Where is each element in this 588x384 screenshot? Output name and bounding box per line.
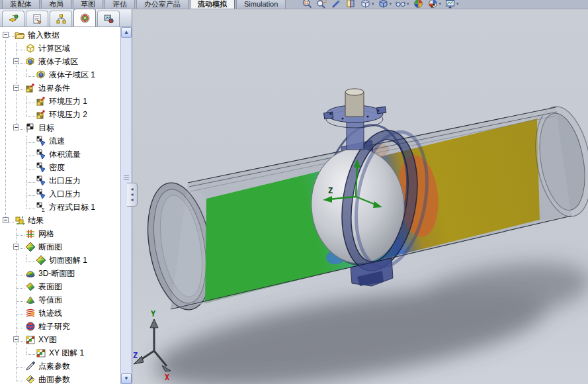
edit-appearance-button[interactable] xyxy=(413,0,424,10)
tree-item-goal-11[interactable]: 出口压力 xyxy=(0,174,121,187)
tree-item-label: 环境压力 2 xyxy=(49,110,87,119)
tree-item-results-14[interactable]: −结果 xyxy=(0,214,121,227)
command-tab-4[interactable]: 评估 xyxy=(105,0,135,9)
command-tab-2[interactable]: 布局 xyxy=(41,0,71,9)
command-tab-strip: 装配体布局草图评估办公室产品流动模拟Simulation xyxy=(0,0,588,9)
tree-expander-minus[interactable]: − xyxy=(13,85,19,91)
tree-item-goal-sigma-13[interactable]: Σ方程式目标 1 xyxy=(0,201,121,214)
tree-item-goal-8[interactable]: 流速 xyxy=(0,134,121,148)
tree-item-profile-3d-18[interactable]: 3D-断面图 xyxy=(0,267,121,280)
previous-view-button[interactable] xyxy=(331,0,342,10)
cut-plot-icon xyxy=(36,255,46,265)
tree-item-fluid-subdomain-3[interactable]: 液体子域区 1 xyxy=(0,68,121,81)
goal-icon xyxy=(36,149,46,160)
zoom-to-area-button[interactable] xyxy=(316,0,327,10)
flow-simulation-tree-icon xyxy=(79,13,91,24)
tree-item-surface-parameters-26[interactable]: 曲面参数 xyxy=(0,373,121,384)
configurationmanager-icon xyxy=(56,13,67,24)
dropdown-arrow-icon[interactable]: ▾ xyxy=(372,0,374,8)
tree-item-surface-plot-19[interactable]: 表面图 xyxy=(0,280,121,293)
tree-item-label: 粒子研究 xyxy=(38,322,70,331)
tree-item-label: 密度 xyxy=(49,163,65,172)
tree-item-trajectories-21[interactable]: 轨迹线 xyxy=(0,307,121,320)
tree-item-label: 轨迹线 xyxy=(38,309,62,318)
tree-item-goal-9[interactable]: 体积流量 xyxy=(0,148,121,161)
dropdown-arrow-icon[interactable]: ▾ xyxy=(390,0,392,8)
zoom-to-fit-button[interactable] xyxy=(302,0,313,10)
tree-item-folder-0[interactable]: −输入数据 xyxy=(0,28,121,42)
tree-item-label: 曲面参数 xyxy=(38,375,70,384)
command-tab-1[interactable]: 装配体 xyxy=(2,0,40,9)
mesh-icon xyxy=(25,228,36,239)
feature-panel: −输入数据计算区域−液体子域区液体子域区 1−边界条件环境压力 1环境压力 2−… xyxy=(0,9,132,384)
apply-scene-button[interactable]: ▾ xyxy=(427,0,442,10)
cut-plot-icon xyxy=(25,242,36,252)
view-orientation-button[interactable]: ▾ xyxy=(360,0,374,10)
featuremanager-tree-icon xyxy=(8,13,19,24)
triad-y-label: Y xyxy=(151,309,156,318)
panel-splitter-flyout[interactable]: ◂ ◂ ◂ xyxy=(127,183,138,207)
tree-item-xy-plot-23[interactable]: −XY图 xyxy=(0,333,121,346)
display-style-icon xyxy=(378,0,389,9)
displaymanager-icon xyxy=(103,13,114,24)
tree-expander-minus[interactable]: − xyxy=(3,217,9,223)
configurationmanager-tab[interactable] xyxy=(50,11,72,26)
apply-scene-icon xyxy=(427,0,439,9)
goal-icon xyxy=(36,175,46,186)
featuremanager-tree-tab[interactable] xyxy=(2,11,24,26)
tree-item-boundary-5[interactable]: 环境压力 1 xyxy=(0,95,121,108)
tree-item-goal-10[interactable]: 密度 xyxy=(0,161,121,174)
tree-expander-minus[interactable]: − xyxy=(13,124,19,130)
folder-icon xyxy=(15,30,25,40)
display-style-button[interactable]: ▾ xyxy=(378,0,392,10)
command-tab-5[interactable]: 办公室产品 xyxy=(136,0,189,9)
tree-item-label: XY 图解 1 xyxy=(49,348,84,358)
dropdown-arrow-icon[interactable]: ▾ xyxy=(439,0,442,8)
tree-item-particle-study-22[interactable]: 粒子研究 xyxy=(0,320,121,333)
tree-item-label: 目标 xyxy=(38,123,54,132)
command-tab-6[interactable]: 流动模拟 xyxy=(190,0,235,9)
tree-item-boundary-6[interactable]: 环境压力 2 xyxy=(0,108,121,121)
view-settings-button[interactable]: ▾ xyxy=(444,0,459,10)
tree-item-goal-12[interactable]: 入口压力 xyxy=(0,187,121,201)
section-view-button[interactable] xyxy=(345,0,357,10)
tree-item-label: 断面图 xyxy=(38,242,62,252)
tree-item-cut-plot-16[interactable]: −断面图 xyxy=(0,240,121,254)
tree-item-label: 结果 xyxy=(28,216,44,225)
dropdown-arrow-icon[interactable]: ▾ xyxy=(407,0,409,8)
tree-item-label: 流速 xyxy=(49,136,65,146)
tree-item-isosurface-20[interactable]: 等值面 xyxy=(0,293,121,307)
graphics-viewport[interactable]: Z Y Z X xyxy=(132,9,588,384)
tree-expander-minus[interactable]: − xyxy=(13,244,19,250)
tree-expander-minus[interactable]: − xyxy=(13,58,19,64)
scroll-up-button[interactable]: ▲ xyxy=(121,27,132,38)
scrollbar-grip[interactable] xyxy=(124,174,129,181)
tree-item-goals-7[interactable]: −目标 xyxy=(0,121,121,134)
command-tab-7[interactable]: Simulation xyxy=(236,0,286,9)
tree-item-label: 点素参数 xyxy=(38,361,70,371)
tree-item-point-parameters-25[interactable]: 点素参数 xyxy=(0,360,121,373)
scroll-down-button[interactable]: ▼ xyxy=(121,373,132,384)
displaymanager-tab[interactable] xyxy=(97,11,120,26)
propertymanager-tab[interactable] xyxy=(26,11,48,26)
tree-expander-minus[interactable]: − xyxy=(13,336,19,342)
flow-simulation-tree-tab[interactable] xyxy=(73,9,96,26)
tree-expander-minus[interactable]: − xyxy=(3,32,9,38)
fluid-subdomain-icon xyxy=(25,56,36,67)
tree-item-mesh-15[interactable]: 网格 xyxy=(0,227,121,240)
dropdown-arrow-icon[interactable]: ▾ xyxy=(456,0,459,8)
tree-item-domain-1[interactable]: 计算区域 xyxy=(0,42,121,55)
domain-icon xyxy=(25,43,36,54)
tree-item-label: 液体子域区 1 xyxy=(49,70,95,79)
view-orientation-icon xyxy=(360,0,371,9)
profile-3d-icon xyxy=(25,268,36,279)
hide-show-items-button[interactable]: ▾ xyxy=(395,0,409,10)
tree-item-label: 入口压力 xyxy=(49,189,81,199)
tree-item-boundary-4[interactable]: −边界条件 xyxy=(0,81,121,95)
tree-item-fluid-subdomain-2[interactable]: −液体子域区 xyxy=(0,55,121,68)
tree-item-xy-plot-24[interactable]: XY 图解 1 xyxy=(0,346,121,360)
command-tab-3[interactable]: 草图 xyxy=(73,0,103,9)
boundary-icon xyxy=(25,83,36,93)
svg-text:Σ: Σ xyxy=(42,207,45,213)
tree-item-cut-plot-17[interactable]: 切面图解 1 xyxy=(0,254,121,267)
